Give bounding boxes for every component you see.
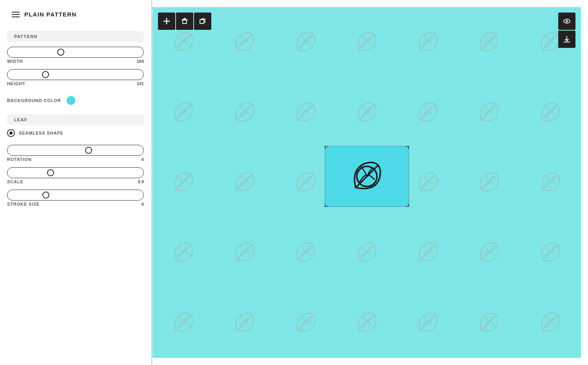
rotation-slider-row: ROTATION 6 <box>7 145 144 162</box>
canvas-toolbar-right <box>558 13 575 48</box>
height-value: 141 <box>137 81 144 86</box>
height-slider-track[interactable] <box>7 69 144 80</box>
svg-rect-2 <box>183 20 187 24</box>
delete-button[interactable] <box>176 13 193 30</box>
stroke-slider-track[interactable] <box>7 190 144 201</box>
stroke-value: 6 <box>142 202 144 206</box>
rotation-label: ROTATION <box>7 157 32 162</box>
width-value: 184 <box>137 59 144 64</box>
hamburger-icon[interactable] <box>12 12 20 17</box>
duplicate-icon <box>199 18 206 25</box>
panel-title: PLAIN PATTERN <box>24 11 76 18</box>
svg-point-9 <box>566 20 568 22</box>
scale-slider[interactable] <box>10 172 141 173</box>
selected-tile-border <box>325 146 409 207</box>
seamless-row[interactable]: SEAMLESS SHAPE <box>0 125 151 140</box>
eye-icon <box>563 17 571 25</box>
pattern-controls: WIDTH 184 HEIGHT 141 <box>0 42 151 94</box>
canvas-toolbar <box>158 13 211 30</box>
width-slider-row: WIDTH 184 <box>7 47 144 64</box>
selected-tile[interactable] <box>325 146 409 207</box>
panel-header: PLAIN PATTERN <box>0 0 151 27</box>
seamless-label: SEAMLESS SHAPE <box>19 131 64 135</box>
leaf-controls: ROTATION 6 SCALE 0.9 STROKE SIZE 6 <box>0 140 151 214</box>
height-label: HEIGHT <box>7 81 25 86</box>
rotation-value: 6 <box>142 157 144 162</box>
section-pattern: PATTERN <box>7 31 144 42</box>
scale-slider-track[interactable] <box>7 167 144 178</box>
height-slider-row: HEIGHT 141 <box>7 69 144 86</box>
trash-icon <box>181 18 188 25</box>
width-slider-track[interactable] <box>7 47 144 58</box>
section-leaf: LEAF <box>7 114 144 125</box>
rotation-slider[interactable] <box>10 150 141 151</box>
stroke-label: STROKE SIZE <box>7 202 40 206</box>
width-slider[interactable] <box>10 51 141 53</box>
canvas-area[interactable] <box>152 7 581 358</box>
scale-slider-row: SCALE 0.9 <box>7 167 144 184</box>
stroke-slider-row: STROKE SIZE 6 <box>7 190 144 206</box>
height-slider[interactable] <box>10 74 141 75</box>
download-icon <box>563 36 570 43</box>
plus-icon <box>163 18 170 25</box>
bg-color-swatch[interactable] <box>67 96 75 105</box>
rotation-slider-track[interactable] <box>7 145 144 156</box>
width-label: WIDTH <box>7 59 23 64</box>
scale-value: 0.9 <box>138 179 144 184</box>
right-canvas <box>152 0 588 365</box>
bg-color-label: BACKGROUND COLOR <box>7 98 61 103</box>
preview-button[interactable] <box>558 13 575 30</box>
add-button[interactable] <box>158 13 175 30</box>
svg-rect-7 <box>200 20 204 24</box>
duplicate-button[interactable] <box>194 13 211 30</box>
seamless-radio[interactable] <box>7 129 15 137</box>
scale-label: SCALE <box>7 179 24 184</box>
download-button[interactable] <box>558 31 575 48</box>
left-panel: PLAIN PATTERN PATTERN WIDTH 184 HEIGHT 1… <box>0 0 151 365</box>
stroke-slider[interactable] <box>10 194 141 196</box>
bg-color-row: BACKGROUND COLOR <box>0 94 151 110</box>
